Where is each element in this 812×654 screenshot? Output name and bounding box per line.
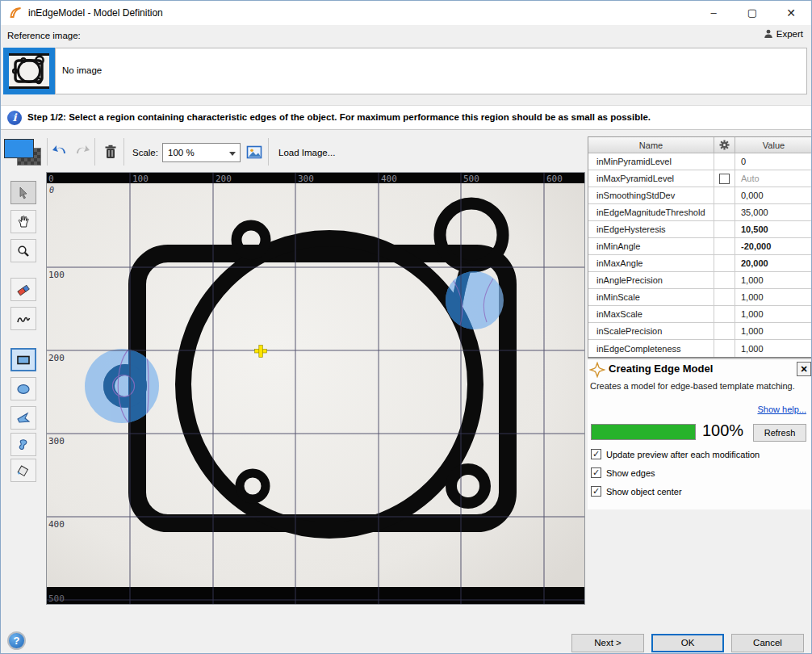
option-show-edges[interactable]: ✓ Show edges: [591, 467, 655, 478]
minimize-button[interactable]: –: [695, 1, 732, 25]
paint-bucket-icon: [16, 464, 31, 477]
reference-header: Reference image: Expert: [1, 25, 812, 46]
rectangle-region-tool-button[interactable]: [10, 348, 36, 371]
param-row[interactable]: inEdgeHysteresis 10,500: [588, 221, 812, 238]
svg-text:600: 600: [546, 174, 563, 184]
progress-percent: 100%: [702, 421, 743, 440]
param-row[interactable]: inMaxPyramidLevel Auto: [588, 170, 812, 187]
param-value-input[interactable]: 10,500: [735, 221, 812, 237]
param-row[interactable]: inMaxScale 1,000: [588, 306, 812, 323]
gasket-thumbnail-image: [9, 53, 49, 89]
filter-title: Creating Edge Model: [609, 363, 713, 375]
param-value-input[interactable]: 20,000: [735, 255, 812, 271]
maximize-button[interactable]: ▢: [734, 1, 771, 25]
param-row[interactable]: inMinScale 1,000: [588, 289, 812, 306]
origin-marker: 0: [49, 186, 54, 195]
refresh-button[interactable]: Refresh: [753, 424, 806, 442]
help-button[interactable]: ?: [7, 631, 26, 650]
preview-image: 0 100 200 300 400 500 600 100 200 300 40…: [47, 173, 584, 604]
image-canvas[interactable]: 0 100 200 300 400 500 600 100 200 300 40…: [46, 172, 585, 605]
scale-value: 100 %: [168, 148, 195, 157]
chevron-down-icon: [229, 152, 236, 156]
param-row[interactable]: inMaxAngle 20,000: [588, 255, 812, 272]
fill-tool-button[interactable]: [10, 459, 36, 482]
expert-mode-toggle[interactable]: Expert: [764, 29, 803, 39]
star-icon: [589, 362, 605, 378]
undo-button[interactable]: [51, 142, 70, 161]
eraser-tool-button[interactable]: [10, 278, 36, 301]
selection-tool-button[interactable]: [10, 181, 36, 204]
scale-label: Scale:: [132, 148, 158, 157]
zoom-tool-button[interactable]: [10, 239, 36, 262]
param-row[interactable]: inEdgeMagnitudeThreshold 35,000: [588, 204, 812, 221]
parameter-table: Name Value inMinPyramidLevel 0 inMaxPyra…: [588, 136, 812, 358]
title-bar: inEdgeModel - Model Definition – ▢ ✕: [1, 1, 812, 25]
pan-tool-button[interactable]: [10, 210, 36, 233]
info-icon: i: [7, 111, 22, 125]
reference-image-label: Reference image:: [7, 31, 81, 40]
filter-description: Creates a model for edge-based template …: [590, 381, 795, 391]
step-instruction: Step 1/2: Select a region containing cha…: [27, 112, 651, 122]
svg-text:0: 0: [48, 174, 54, 184]
param-row[interactable]: inAnglePrecision 1,000: [588, 272, 812, 289]
gear-icon: [719, 140, 730, 150]
next-button[interactable]: Next >: [571, 634, 644, 652]
param-value-input[interactable]: 1,000: [735, 289, 812, 305]
filter-help-panel: Creating Edge Model ✕ Creates a model fo…: [588, 360, 812, 509]
blob-icon: [17, 438, 30, 451]
param-value-input[interactable]: 1,000: [735, 272, 812, 288]
param-value-input[interactable]: 0: [735, 153, 812, 170]
name-column-header[interactable]: Name: [588, 137, 714, 153]
svg-text:400: 400: [381, 174, 397, 184]
svg-text:200: 200: [216, 174, 232, 184]
show-help-link[interactable]: Show help...: [757, 405, 806, 414]
svg-text:100: 100: [132, 174, 149, 184]
checkbox-checked[interactable]: ✓: [591, 486, 601, 497]
auto-checkbox[interactable]: [719, 174, 730, 184]
model-definition-dialog: inEdgeModel - Model Definition – ▢ ✕ Ref…: [0, 0, 812, 654]
option-update-preview[interactable]: ✓ Update preview after each modification: [591, 449, 760, 459]
save-view-image-button[interactable]: [245, 144, 263, 161]
gear-column-header[interactable]: [714, 137, 735, 153]
scribble-icon: [16, 312, 31, 325]
no-image-label: No image: [62, 65, 102, 75]
param-row[interactable]: inScalePrecision 1,000: [588, 323, 812, 340]
freeform-region-tool-button[interactable]: [10, 433, 36, 456]
param-value-input[interactable]: Auto: [735, 170, 812, 187]
freehand-tool-button[interactable]: [10, 307, 36, 330]
canvas-toolbar: Scale: 100 % Load Image...: [1, 131, 588, 172]
close-help-panel-button[interactable]: ✕: [797, 362, 811, 376]
param-value-input[interactable]: 35,000: [735, 204, 812, 220]
svg-text:500: 500: [463, 174, 479, 184]
checkbox-checked[interactable]: ✓: [591, 449, 601, 459]
cursor-icon: [17, 187, 30, 199]
option-show-object-center[interactable]: ✓ Show object center: [591, 486, 682, 497]
load-image-button[interactable]: Load Image...: [270, 143, 343, 163]
ellipse-region-tool-button[interactable]: [10, 377, 36, 400]
param-row[interactable]: inMinPyramidLevel 0: [588, 153, 812, 170]
reference-thumbnail-selected[interactable]: [3, 48, 55, 94]
param-value-input[interactable]: -20,000: [735, 238, 812, 254]
scale-select[interactable]: 100 %: [162, 143, 241, 162]
param-value-input[interactable]: 1,000: [735, 323, 812, 339]
app-logo-icon: [9, 6, 23, 20]
param-value-input[interactable]: 1,000: [735, 306, 812, 322]
person-icon: [764, 29, 773, 39]
tool-palette: [1, 171, 46, 615]
magnifier-icon: [17, 245, 30, 258]
value-column-header[interactable]: Value: [735, 137, 812, 153]
param-value-input[interactable]: 1,000: [735, 340, 812, 357]
close-button[interactable]: ✕: [772, 1, 810, 25]
region-color-swatch[interactable]: [4, 139, 41, 166]
redo-button[interactable]: [72, 142, 91, 161]
param-row[interactable]: inEdgeCompleteness 1,000: [588, 340, 812, 357]
polygon-region-tool-button[interactable]: [10, 406, 36, 430]
param-row[interactable]: inMinAngle -20,000: [588, 238, 812, 255]
param-row[interactable]: inSmoothingStdDev 0,000: [588, 187, 812, 204]
checkbox-checked[interactable]: ✓: [591, 467, 601, 478]
cancel-button[interactable]: Cancel: [731, 634, 804, 652]
reference-image-list[interactable]: No image: [55, 48, 807, 94]
ok-button[interactable]: OK: [651, 634, 724, 652]
param-value-input[interactable]: 0,000: [735, 187, 812, 203]
delete-region-button[interactable]: [101, 142, 120, 161]
